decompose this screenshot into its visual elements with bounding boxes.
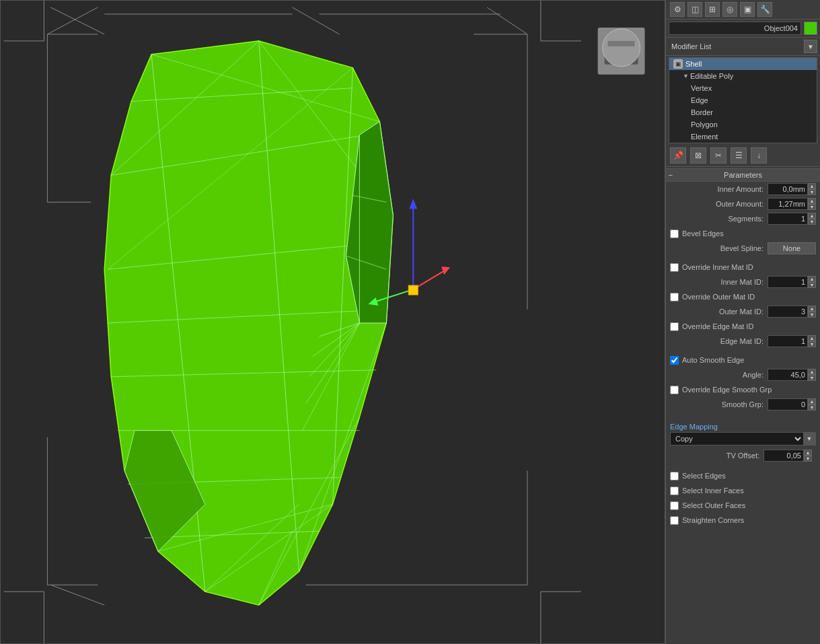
- override-inner-mat-row: Override Inner Mat ID: [666, 260, 820, 275]
- color-swatch[interactable]: [804, 22, 817, 35]
- auto-smooth-edge-label: Auto Smooth Edge: [682, 356, 744, 364]
- outer-mat-id-label: Outer Mat ID:: [670, 308, 768, 316]
- modifier-list-dropdown[interactable]: ▼: [804, 40, 817, 53]
- outer-mat-id-input[interactable]: [768, 306, 808, 318]
- toolbar-icon-motion[interactable]: ◎: [722, 2, 737, 17]
- straighten-corners-label: Straighten Corners: [682, 516, 744, 524]
- override-edge-smooth-row: Override Edge Smooth Grp: [666, 382, 820, 397]
- outer-amount-down[interactable]: ▼: [808, 204, 816, 210]
- override-inner-mat-label: Override Inner Mat ID: [682, 263, 753, 271]
- modifier-edge[interactable]: Edge: [669, 94, 817, 106]
- tv-offset-label: TV Offset:: [674, 452, 763, 460]
- select-edges-checkbox[interactable]: [670, 472, 679, 480]
- outer-amount-up[interactable]: ▲: [808, 198, 816, 204]
- toolbar-icon-display[interactable]: ◫: [687, 2, 702, 17]
- straighten-corners-row: Straighten Corners: [666, 513, 820, 528]
- edge-mapping-section: Edge Mapping Copy None Strip Keep ▼ TV O…: [666, 419, 820, 464]
- edge-mat-id-down[interactable]: ▼: [808, 341, 816, 347]
- modifier-polygon[interactable]: Polygon: [669, 118, 817, 131]
- edge-mat-id-row: Edge Mat ID: ▲ ▼: [666, 334, 820, 349]
- override-inner-mat-checkbox[interactable]: [670, 263, 679, 272]
- inner-mat-id-up[interactable]: ▲: [808, 276, 816, 282]
- modifier-border[interactable]: Border: [669, 106, 817, 118]
- collapse-icon: –: [669, 171, 673, 178]
- edge-mapping-select[interactable]: Copy None Strip Keep: [671, 433, 803, 445]
- sub-icon-remove[interactable]: ✂: [710, 147, 726, 164]
- tv-offset-input[interactable]: [763, 450, 804, 462]
- parameters-header[interactable]: – Parameters: [666, 168, 820, 182]
- segments-down[interactable]: ▼: [808, 219, 816, 225]
- override-edge-mat-checkbox[interactable]: [670, 322, 679, 331]
- modifier-shell[interactable]: ▣ Shell: [669, 58, 817, 70]
- smooth-grp-input[interactable]: [768, 398, 808, 410]
- expand-arrow: ▼: [683, 73, 689, 79]
- override-outer-mat-label: Override Outer Mat ID: [682, 293, 755, 301]
- select-edges-row: Select Edges: [666, 468, 820, 483]
- select-inner-faces-checkbox[interactable]: [670, 487, 679, 495]
- outer-mat-id-up[interactable]: ▲: [808, 306, 816, 312]
- inner-mat-id-input[interactable]: [768, 276, 808, 288]
- object-name-row: [666, 20, 820, 38]
- smooth-grp-down[interactable]: ▼: [808, 404, 816, 410]
- outer-mat-id-row: Outer Mat ID: ▲ ▼: [666, 304, 820, 319]
- smooth-grp-up[interactable]: ▲: [808, 398, 816, 404]
- sub-icon-modifier[interactable]: ⊠: [690, 147, 706, 164]
- sub-icon-list[interactable]: ☰: [731, 147, 747, 164]
- outer-amount-input[interactable]: [768, 198, 808, 210]
- select-inner-faces-row: Select Inner Faces: [666, 483, 820, 498]
- edge-mapping-dropdown[interactable]: Copy None Strip Keep ▼: [670, 432, 816, 445]
- tv-offset-up[interactable]: ▲: [804, 450, 812, 456]
- bevel-edges-checkbox[interactable]: [670, 229, 679, 238]
- top-toolbar: ⚙ ◫ ⊞ ◎ ▣ 🔧: [666, 0, 820, 20]
- edge-mapping-arrow[interactable]: ▼: [803, 433, 815, 445]
- modifier-list-row: Modifier List ▼: [666, 38, 820, 56]
- svg-rect-67: [608, 41, 635, 46]
- override-outer-mat-checkbox[interactable]: [670, 293, 679, 301]
- params-section: – Parameters Inner Amount: ▲ ▼ Outer Amo…: [666, 167, 820, 529]
- smooth-grp-row: Smooth Grp: ▲ ▼: [666, 397, 820, 412]
- tv-offset-down[interactable]: ▼: [804, 456, 812, 462]
- model-svg: [1, 1, 665, 643]
- svg-point-66: [603, 29, 640, 67]
- auto-smooth-edge-checkbox[interactable]: [670, 356, 679, 365]
- segments-input[interactable]: [768, 213, 808, 225]
- inner-amount-up[interactable]: ▲: [808, 183, 816, 189]
- viewport[interactable]: [0, 0, 665, 644]
- inner-amount-input[interactable]: [768, 183, 808, 195]
- inner-mat-id-row: Inner Mat ID: ▲ ▼: [666, 275, 820, 289]
- override-outer-mat-row: Override Outer Mat ID: [666, 289, 820, 304]
- modifier-list-label: Modifier List: [669, 41, 801, 52]
- segments-label: Segments:: [670, 215, 768, 223]
- segments-up[interactable]: ▲: [808, 213, 816, 219]
- select-edges-label: Select Edges: [682, 472, 726, 480]
- sub-icon-pin[interactable]: 📌: [670, 147, 686, 164]
- toolbar-icon-utilities[interactable]: ▣: [740, 2, 755, 17]
- toolbar-icon-hierarchy[interactable]: ⊞: [705, 2, 720, 17]
- angle-input[interactable]: [768, 369, 808, 381]
- inner-mat-id-down[interactable]: ▼: [808, 282, 816, 288]
- modifier-editable-poly[interactable]: ▼ Editable Poly: [669, 70, 817, 82]
- modifier-element[interactable]: Element: [669, 131, 817, 143]
- override-edge-smooth-label: Override Edge Smooth Grp: [682, 386, 772, 394]
- bevel-spline-button[interactable]: None: [768, 242, 816, 254]
- sub-icon-move-down[interactable]: ↓: [751, 147, 767, 164]
- select-outer-faces-checkbox[interactable]: [670, 501, 679, 510]
- angle-label: Angle:: [670, 371, 768, 379]
- toolbar-icon-extra[interactable]: 🔧: [757, 2, 772, 17]
- edge-mat-id-up[interactable]: ▲: [808, 335, 816, 341]
- svg-rect-63: [408, 285, 418, 295]
- outer-amount-row: Outer Amount: ▲ ▼: [666, 196, 820, 211]
- angle-up[interactable]: ▲: [808, 369, 816, 375]
- outer-mat-id-down[interactable]: ▼: [808, 312, 816, 318]
- select-outer-faces-row: Select Outer Faces: [666, 498, 820, 513]
- inner-amount-down[interactable]: ▼: [808, 189, 816, 195]
- edge-mapping-label[interactable]: Edge Mapping: [670, 420, 816, 432]
- angle-down[interactable]: ▼: [808, 375, 816, 381]
- modifier-vertex[interactable]: Vertex: [669, 82, 817, 94]
- override-edge-smooth-checkbox[interactable]: [670, 386, 679, 394]
- toolbar-icon-settings[interactable]: ⚙: [670, 2, 685, 17]
- straighten-corners-checkbox[interactable]: [670, 516, 679, 525]
- edge-mat-id-input[interactable]: [768, 335, 808, 347]
- object-name-input[interactable]: [669, 22, 801, 35]
- sub-icons-row: 📌 ⊠ ✂ ☰ ↓: [666, 145, 820, 167]
